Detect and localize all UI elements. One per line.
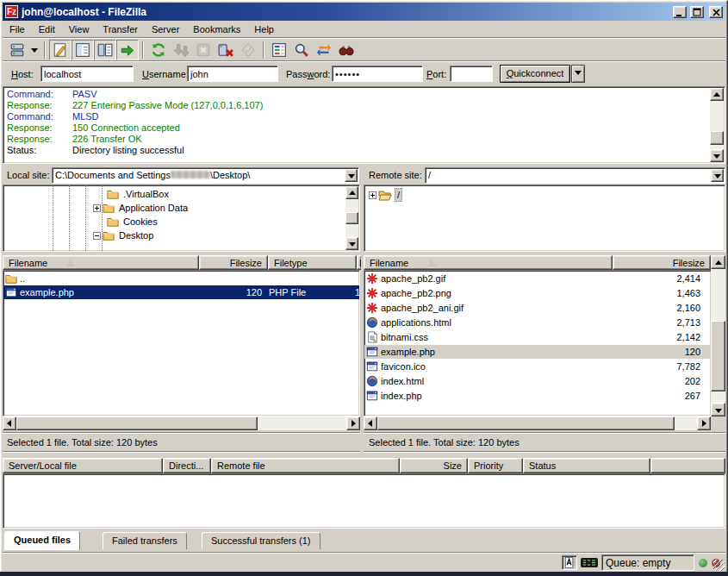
directory-comparison-button[interactable] <box>290 40 313 60</box>
expand-icon[interactable] <box>93 204 101 212</box>
scrollbar-thumb[interactable] <box>345 212 358 224</box>
chevron-down-icon <box>714 174 721 178</box>
close-button[interactable] <box>709 6 723 18</box>
scroll-left-button[interactable] <box>3 416 16 430</box>
synchronized-browsing-button[interactable] <box>313 40 335 60</box>
host-input[interactable] <box>40 66 134 82</box>
file-row-selected[interactable]: example.php 120 <box>364 345 711 359</box>
file-row[interactable]: .. <box>3 272 359 285</box>
scroll-up-button[interactable] <box>710 88 724 101</box>
maximize-button[interactable] <box>690 6 704 18</box>
file-row-selected[interactable]: example.php 120 PHP File 1 <box>3 285 359 299</box>
menu-bookmarks[interactable]: Bookmarks <box>186 22 247 36</box>
scrollbar-thumb[interactable] <box>377 416 675 430</box>
scroll-down-button[interactable] <box>345 237 358 250</box>
scroll-right-button[interactable] <box>346 416 360 430</box>
scroll-right-button[interactable] <box>697 416 711 430</box>
local-site-combo[interactable]: C:\Documents and Settings\Desktop\ <box>52 167 359 184</box>
file-row[interactable]: favicon.ico 7,782 <box>364 360 711 373</box>
toggle-remote-tree-button[interactable] <box>94 40 116 60</box>
menu-edit[interactable]: Edit <box>32 22 62 36</box>
column-header-remotefile[interactable]: Remote file <box>211 458 400 473</box>
column-header-status[interactable]: Status <box>523 458 650 473</box>
minimize-button[interactable] <box>673 6 687 18</box>
column-header-size[interactable]: Size <box>400 458 468 473</box>
scroll-left-button[interactable] <box>364 416 377 430</box>
scroll-up-button[interactable] <box>345 186 358 199</box>
tree-item[interactable]: Cookies <box>105 215 159 229</box>
disconnect-button[interactable] <box>215 40 237 60</box>
speed-limits-icon[interactable] <box>581 558 598 567</box>
file-row[interactable]: applications.html 2,713 <box>364 316 711 329</box>
file-row[interactable]: bitnami.css 2,142 <box>364 330 711 344</box>
collapse-icon[interactable] <box>93 232 101 240</box>
resize-grip[interactable] <box>713 560 725 571</box>
menu-transfer[interactable]: Transfer <box>96 22 145 36</box>
file-row[interactable]: index.php 267 <box>364 389 711 403</box>
scroll-up-button[interactable] <box>711 255 725 269</box>
refresh-button[interactable] <box>147 40 170 60</box>
reconnect-button <box>237 40 259 60</box>
quickconnect-button[interactable]: Quickconnect <box>500 65 570 83</box>
column-header-filename[interactable]: Filename <box>364 255 613 270</box>
find-files-button[interactable] <box>335 40 358 60</box>
file-size: 120 <box>580 347 700 357</box>
quickconnect-dropdown[interactable] <box>571 65 585 83</box>
column-header-serverlocal[interactable]: Server/Local file <box>3 458 163 473</box>
tree-item[interactable]: Application Data <box>93 201 190 215</box>
remote-site-combo[interactable]: / <box>425 167 725 184</box>
file-row[interactable]: index.html 202 <box>364 374 711 388</box>
app-icon[interactable]: Fz <box>5 5 18 18</box>
chevron-down-icon <box>31 48 38 53</box>
column-header-priority[interactable]: Priority <box>468 458 523 473</box>
apache-feather-icon <box>366 287 378 299</box>
toggle-local-tree-button[interactable] <box>72 40 94 60</box>
menu-view[interactable]: View <box>62 22 96 36</box>
arrow-down-icon <box>713 154 720 159</box>
toolbar <box>3 39 725 61</box>
menu-help[interactable]: Help <box>247 22 281 36</box>
arrow-right-icon <box>352 420 356 427</box>
folder-icon <box>103 229 115 241</box>
port-input[interactable] <box>450 66 493 82</box>
directory-listing-filters-button[interactable] <box>268 40 290 60</box>
site-manager-button[interactable] <box>6 40 28 60</box>
file-name: example.php <box>17 287 74 297</box>
file-row[interactable]: apache_pb2_ani.gif 2,160 <box>364 301 711 315</box>
tab-failed-transfers[interactable]: Failed transfers <box>103 532 187 549</box>
column-header-filename[interactable]: Filename <box>3 255 199 270</box>
password-input[interactable] <box>332 66 423 82</box>
tab-queued-files[interactable]: Queued files <box>4 531 80 550</box>
pane-splitter[interactable] <box>361 167 364 452</box>
column-header-filetype[interactable]: Filetype <box>268 255 357 270</box>
remote-site-combo-dropdown[interactable] <box>711 169 724 182</box>
ascii-transfer-type-icon[interactable] <box>562 555 577 570</box>
sort-ascending-icon <box>427 260 436 266</box>
tree-item[interactable]: Desktop <box>93 229 155 242</box>
username-input[interactable] <box>187 66 278 82</box>
scroll-down-button[interactable] <box>710 149 724 162</box>
menu-server[interactable]: Server <box>145 22 186 36</box>
chevron-down-icon <box>575 71 582 75</box>
toolbar-separator <box>44 41 46 59</box>
file-row[interactable]: apache_pb2.png 1,463 <box>364 286 711 300</box>
scrollbar-thumb[interactable] <box>710 131 724 145</box>
toggle-message-log-button[interactable] <box>49 40 72 60</box>
column-header-filesize[interactable]: Filesize <box>199 255 268 270</box>
expand-icon[interactable] <box>369 191 376 199</box>
scroll-down-button[interactable] <box>711 403 725 416</box>
tab-successful-transfers[interactable]: Successful transfers (1) <box>202 532 320 549</box>
file-row[interactable]: apache_pb2.gif 2,414 <box>364 272 711 285</box>
local-site-combo-dropdown[interactable] <box>345 169 358 182</box>
remote-selection-status: Selected 1 file. Total size: 120 bytes <box>369 437 520 448</box>
sort-ascending-icon <box>66 260 75 266</box>
menu-file[interactable]: File <box>3 22 32 36</box>
column-header-direction[interactable]: Directi... <box>163 458 211 473</box>
column-header-filesize[interactable]: Filesize <box>613 255 711 270</box>
scrollbar-thumb[interactable] <box>711 321 725 391</box>
site-manager-dropdown[interactable] <box>28 40 40 60</box>
scrollbar-thumb[interactable] <box>16 416 258 430</box>
tree-item[interactable]: / <box>369 188 402 202</box>
tree-item[interactable]: .VirtualBox <box>105 187 171 201</box>
toggle-queue-button[interactable] <box>116 40 139 60</box>
